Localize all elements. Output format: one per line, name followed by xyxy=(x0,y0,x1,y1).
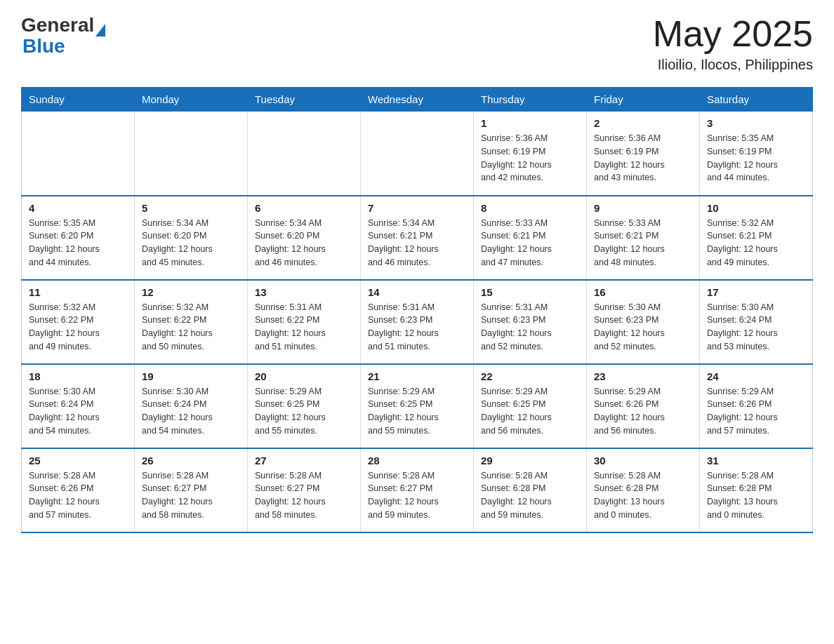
calendar-cell: 6Sunrise: 5:34 AMSunset: 6:20 PMDaylight… xyxy=(248,196,361,280)
day-number: 30 xyxy=(594,455,692,467)
day-number: 18 xyxy=(29,370,127,382)
calendar-cell: 10Sunrise: 5:32 AMSunset: 6:21 PMDayligh… xyxy=(700,196,813,280)
day-number: 12 xyxy=(142,286,240,298)
day-number: 10 xyxy=(707,202,805,214)
day-info: Sunrise: 5:34 AMSunset: 6:20 PMDaylight:… xyxy=(255,217,353,269)
day-info: Sunrise: 5:30 AMSunset: 6:23 PMDaylight:… xyxy=(594,301,692,354)
day-info: Sunrise: 5:33 AMSunset: 6:21 PMDaylight:… xyxy=(594,217,692,269)
logo: General Blue xyxy=(21,14,105,56)
location-subtitle: Ilioilio, Ilocos, Philippines xyxy=(653,57,813,73)
day-number: 24 xyxy=(707,370,805,382)
calendar-header-sunday: Sunday xyxy=(22,88,135,112)
day-info: Sunrise: 5:28 AMSunset: 6:26 PMDaylight:… xyxy=(29,469,127,522)
calendar-cell: 18Sunrise: 5:30 AMSunset: 6:24 PMDayligh… xyxy=(22,364,135,448)
day-info: Sunrise: 5:28 AMSunset: 6:28 PMDaylight:… xyxy=(594,469,692,522)
calendar-cell: 15Sunrise: 5:31 AMSunset: 6:23 PMDayligh… xyxy=(474,280,587,364)
day-number: 6 xyxy=(255,202,353,214)
calendar-cell xyxy=(22,112,135,196)
day-number: 14 xyxy=(368,286,466,298)
day-info: Sunrise: 5:30 AMSunset: 6:24 PMDaylight:… xyxy=(707,301,805,354)
calendar-cell: 2Sunrise: 5:36 AMSunset: 6:19 PMDaylight… xyxy=(587,112,700,196)
calendar-week-row: 25Sunrise: 5:28 AMSunset: 6:26 PMDayligh… xyxy=(22,448,813,532)
calendar-cell: 29Sunrise: 5:28 AMSunset: 6:28 PMDayligh… xyxy=(474,448,587,532)
calendar-header-saturday: Saturday xyxy=(700,88,813,112)
calendar-cell: 9Sunrise: 5:33 AMSunset: 6:21 PMDaylight… xyxy=(587,196,700,280)
calendar-cell: 17Sunrise: 5:30 AMSunset: 6:24 PMDayligh… xyxy=(700,280,813,364)
calendar-cell: 25Sunrise: 5:28 AMSunset: 6:26 PMDayligh… xyxy=(22,448,135,532)
calendar-cell: 12Sunrise: 5:32 AMSunset: 6:22 PMDayligh… xyxy=(135,280,248,364)
calendar-cell: 16Sunrise: 5:30 AMSunset: 6:23 PMDayligh… xyxy=(587,280,700,364)
calendar-cell: 20Sunrise: 5:29 AMSunset: 6:25 PMDayligh… xyxy=(248,364,361,448)
day-info: Sunrise: 5:32 AMSunset: 6:22 PMDaylight:… xyxy=(29,301,127,354)
day-number: 1 xyxy=(481,117,579,129)
calendar-header-wednesday: Wednesday xyxy=(361,88,474,112)
day-info: Sunrise: 5:35 AMSunset: 6:19 PMDaylight:… xyxy=(707,132,805,185)
day-number: 29 xyxy=(481,455,579,467)
calendar-cell: 19Sunrise: 5:30 AMSunset: 6:24 PMDayligh… xyxy=(135,364,248,448)
calendar-cell: 8Sunrise: 5:33 AMSunset: 6:21 PMDaylight… xyxy=(474,196,587,280)
day-info: Sunrise: 5:35 AMSunset: 6:20 PMDaylight:… xyxy=(29,217,127,269)
day-number: 5 xyxy=(142,202,240,214)
day-number: 26 xyxy=(142,455,240,467)
calendar-week-row: 1Sunrise: 5:36 AMSunset: 6:19 PMDaylight… xyxy=(22,112,813,196)
logo-arrow-icon xyxy=(95,24,105,36)
day-number: 9 xyxy=(594,202,692,214)
day-number: 28 xyxy=(368,455,466,467)
calendar-cell xyxy=(361,112,474,196)
calendar-cell: 21Sunrise: 5:29 AMSunset: 6:25 PMDayligh… xyxy=(361,364,474,448)
day-number: 13 xyxy=(255,286,353,298)
day-info: Sunrise: 5:28 AMSunset: 6:27 PMDaylight:… xyxy=(142,469,240,522)
day-info: Sunrise: 5:29 AMSunset: 6:26 PMDaylight:… xyxy=(707,385,805,438)
calendar-header-row: SundayMondayTuesdayWednesdayThursdayFrid… xyxy=(22,88,813,112)
calendar-header-friday: Friday xyxy=(587,88,700,112)
title-area: May 2025 Ilioilio, Ilocos, Philippines xyxy=(653,14,813,73)
calendar-cell: 27Sunrise: 5:28 AMSunset: 6:27 PMDayligh… xyxy=(248,448,361,532)
day-info: Sunrise: 5:31 AMSunset: 6:23 PMDaylight:… xyxy=(481,301,579,354)
calendar-cell: 7Sunrise: 5:34 AMSunset: 6:21 PMDaylight… xyxy=(361,196,474,280)
day-number: 25 xyxy=(29,455,127,467)
day-number: 27 xyxy=(255,455,353,467)
calendar-header-tuesday: Tuesday xyxy=(248,88,361,112)
day-info: Sunrise: 5:32 AMSunset: 6:21 PMDaylight:… xyxy=(707,217,805,269)
day-number: 15 xyxy=(481,286,579,298)
logo-general: General xyxy=(21,14,94,36)
day-number: 21 xyxy=(368,370,466,382)
day-number: 19 xyxy=(142,370,240,382)
calendar-cell: 26Sunrise: 5:28 AMSunset: 6:27 PMDayligh… xyxy=(135,448,248,532)
calendar-cell: 23Sunrise: 5:29 AMSunset: 6:26 PMDayligh… xyxy=(587,364,700,448)
calendar-cell: 3Sunrise: 5:35 AMSunset: 6:19 PMDaylight… xyxy=(700,112,813,196)
calendar-table: SundayMondayTuesdayWednesdayThursdayFrid… xyxy=(21,87,813,533)
day-info: Sunrise: 5:36 AMSunset: 6:19 PMDaylight:… xyxy=(481,132,579,185)
day-info: Sunrise: 5:28 AMSunset: 6:27 PMDaylight:… xyxy=(368,469,466,522)
calendar-cell: 13Sunrise: 5:31 AMSunset: 6:22 PMDayligh… xyxy=(248,280,361,364)
day-number: 20 xyxy=(255,370,353,382)
calendar-week-row: 18Sunrise: 5:30 AMSunset: 6:24 PMDayligh… xyxy=(22,364,813,448)
day-info: Sunrise: 5:29 AMSunset: 6:26 PMDaylight:… xyxy=(594,385,692,438)
day-info: Sunrise: 5:29 AMSunset: 6:25 PMDaylight:… xyxy=(368,385,466,438)
calendar-cell: 30Sunrise: 5:28 AMSunset: 6:28 PMDayligh… xyxy=(587,448,700,532)
calendar-cell: 1Sunrise: 5:36 AMSunset: 6:19 PMDaylight… xyxy=(474,112,587,196)
page-header: General Blue May 2025 Ilioilio, Ilocos, … xyxy=(21,14,813,73)
day-info: Sunrise: 5:36 AMSunset: 6:19 PMDaylight:… xyxy=(594,132,692,185)
calendar-cell: 4Sunrise: 5:35 AMSunset: 6:20 PMDaylight… xyxy=(22,196,135,280)
day-number: 11 xyxy=(29,286,127,298)
calendar-cell: 22Sunrise: 5:29 AMSunset: 6:25 PMDayligh… xyxy=(474,364,587,448)
day-number: 3 xyxy=(707,117,805,129)
day-info: Sunrise: 5:34 AMSunset: 6:21 PMDaylight:… xyxy=(368,217,466,269)
calendar-header-monday: Monday xyxy=(135,88,248,112)
calendar-header-thursday: Thursday xyxy=(474,88,587,112)
calendar-cell: 24Sunrise: 5:29 AMSunset: 6:26 PMDayligh… xyxy=(700,364,813,448)
day-info: Sunrise: 5:30 AMSunset: 6:24 PMDaylight:… xyxy=(142,385,240,438)
day-info: Sunrise: 5:29 AMSunset: 6:25 PMDaylight:… xyxy=(481,385,579,438)
day-info: Sunrise: 5:32 AMSunset: 6:22 PMDaylight:… xyxy=(142,301,240,354)
day-info: Sunrise: 5:28 AMSunset: 6:28 PMDaylight:… xyxy=(481,469,579,522)
calendar-cell xyxy=(135,112,248,196)
day-number: 17 xyxy=(707,286,805,298)
day-number: 22 xyxy=(481,370,579,382)
logo-blue-part xyxy=(94,24,105,36)
day-info: Sunrise: 5:31 AMSunset: 6:23 PMDaylight:… xyxy=(368,301,466,354)
calendar-cell xyxy=(248,112,361,196)
calendar-week-row: 4Sunrise: 5:35 AMSunset: 6:20 PMDaylight… xyxy=(22,196,813,280)
day-number: 23 xyxy=(594,370,692,382)
calendar-cell: 28Sunrise: 5:28 AMSunset: 6:27 PMDayligh… xyxy=(361,448,474,532)
